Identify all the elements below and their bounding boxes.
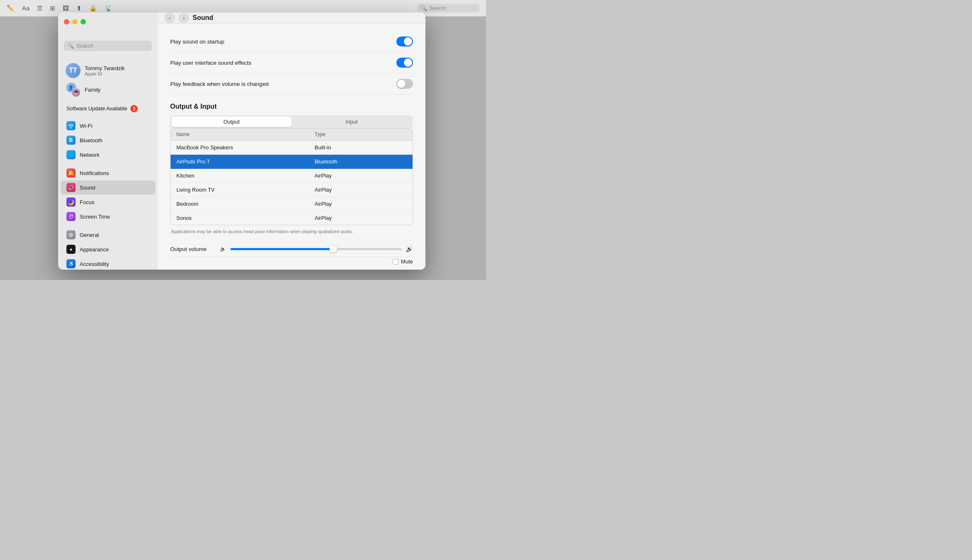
compose-icon[interactable]: ✏️ <box>7 5 15 12</box>
main-content: ‹ › Sound Play sound on startup Play use… <box>158 12 425 270</box>
sidebar-item-label: Focus <box>80 199 94 205</box>
user-profile-row[interactable]: TT Tommy Twardzik Apple ID <box>64 61 152 80</box>
sidebar-item-bluetooth[interactable]: B Bluetooth <box>61 133 155 147</box>
ui-sounds-toggle[interactable] <box>396 58 413 68</box>
airdrop-icon[interactable]: 📡 <box>105 5 112 12</box>
back-button[interactable]: ‹ <box>164 12 175 23</box>
audio-devices-table: Name Type MacBook Pro Speakers Built-in … <box>170 128 413 225</box>
table-row[interactable]: AirPods Pro.T Bluetooth <box>171 155 413 169</box>
grid-icon[interactable]: ⊞ <box>50 5 55 12</box>
startup-sound-label: Play sound on startup <box>170 39 225 45</box>
spatialized-audio-disclaimer: Applications may be able to access head … <box>170 229 413 235</box>
network-icon: 🌐 <box>66 150 76 159</box>
table-row[interactable]: Bedroom AirPlay <box>171 197 413 211</box>
family-label: Family <box>85 87 100 93</box>
font-icon[interactable]: Aa <box>22 5 29 12</box>
sidebar-item-focus[interactable]: 🌙 Focus <box>61 195 155 209</box>
share-icon[interactable]: ⬆ <box>76 5 82 12</box>
device-type: AirPlay <box>315 187 407 193</box>
sidebar-prefs-section: 🔔 Notifications 🔊 Sound 🌙 Focus ⏱ Screen… <box>58 166 158 224</box>
volume-max-icon: 🔊 <box>406 246 413 252</box>
startup-sound-row: Play sound on startup <box>170 31 413 52</box>
sidebar-item-label: Screen Time <box>80 214 110 220</box>
device-name: Bedroom <box>176 201 315 207</box>
user-subtitle: Apple ID <box>85 71 125 76</box>
sound-icon: 🔊 <box>66 183 76 192</box>
device-name: Sonos <box>176 215 315 221</box>
mute-checkbox[interactable] <box>393 259 398 265</box>
sidebar-system-section: ⚙ General ● Appearance ♿ Accessibility ⊞… <box>58 227 158 270</box>
sidebar-item-label: General <box>80 232 99 238</box>
sidebar-item-label: Sound <box>80 185 95 191</box>
device-type: AirPlay <box>315 215 407 221</box>
device-name: Living Room TV <box>176 187 315 193</box>
tab-input[interactable]: Input <box>292 117 412 127</box>
sidebar-item-label: Bluetooth <box>80 137 103 144</box>
forward-button[interactable]: › <box>178 12 189 23</box>
sidebar-item-sound[interactable]: 🔊 Sound <box>61 180 155 195</box>
device-name: Kitchen <box>176 173 315 179</box>
traffic-lights <box>64 19 86 24</box>
family-avatar: 👤 👦 <box>66 82 81 97</box>
table-row[interactable]: MacBook Pro Speakers Built-in <box>171 141 413 155</box>
software-update-row[interactable]: Software Update Available 1 <box>61 102 155 115</box>
update-label: Software Update Available <box>66 106 127 112</box>
minimize-button[interactable] <box>72 19 78 24</box>
family-row[interactable]: 👤 👦 Family <box>64 80 152 99</box>
output-volume-slider[interactable] <box>230 248 402 250</box>
volume-feedback-label: Play feedback when volume is changed <box>170 81 269 87</box>
sidebar-item-wifi[interactable]: Wi-Fi <box>61 119 155 133</box>
page-title: Sound <box>193 14 213 22</box>
startup-sound-toggle[interactable] <box>396 37 413 46</box>
mute-label: Mute <box>401 258 413 265</box>
update-badge: 1 <box>130 105 138 112</box>
lock-icon[interactable]: 🔒 <box>89 5 97 12</box>
gallery-icon[interactable]: 🖼 <box>63 5 69 12</box>
titlebar <box>58 12 158 31</box>
ui-sounds-row: Play user interface sound effects <box>170 52 413 73</box>
appearance-icon: ● <box>66 245 76 254</box>
output-volume-label: Output volume <box>170 246 216 252</box>
sidebar-item-label: Network <box>80 152 100 158</box>
sidebar-search-input[interactable] <box>76 43 148 49</box>
col-name-header: Name <box>176 131 315 137</box>
general-icon: ⚙ <box>66 230 76 239</box>
sidebar-item-general[interactable]: ⚙ General <box>61 228 155 242</box>
close-button[interactable] <box>64 19 69 24</box>
table-row[interactable]: Kitchen AirPlay <box>171 169 413 183</box>
search-icon: 🔍 <box>420 5 427 11</box>
user-avatar: TT <box>66 63 81 78</box>
list-icon[interactable]: ☰ <box>37 5 42 12</box>
sidebar-item-label: Appearance <box>80 246 109 253</box>
search-icon: 🔍 <box>68 43 74 49</box>
topbar-search[interactable]: 🔍 Search <box>417 4 479 12</box>
volume-min-icon: 🔈 <box>220 246 226 252</box>
wifi-icon <box>66 121 76 130</box>
device-type: AirPlay <box>315 173 407 179</box>
screentime-icon: ⏱ <box>66 212 76 221</box>
balance-row: Balance Left Right <box>170 268 413 270</box>
output-input-tabs: Output Input <box>170 115 413 128</box>
user-section: TT Tommy Twardzik Apple ID 👤 👦 Family <box>58 59 158 102</box>
sidebar-item-network[interactable]: 🌐 Network <box>61 148 155 162</box>
sidebar-item-notifications[interactable]: 🔔 Notifications <box>61 166 155 180</box>
volume-feedback-toggle[interactable] <box>396 79 413 89</box>
sidebar-item-accessibility[interactable]: ♿ Accessibility <box>61 257 155 270</box>
bluetooth-icon: B <box>66 136 76 145</box>
sidebar-item-screentime[interactable]: ⏱ Screen Time <box>61 209 155 224</box>
sidebar-search[interactable]: 🔍 <box>64 41 152 51</box>
output-volume-row: Output volume 🔈 🔊 <box>170 241 413 257</box>
accessibility-icon: ♿ <box>66 259 76 268</box>
sidebar-item-appearance[interactable]: ● Appearance <box>61 242 155 256</box>
fullscreen-button[interactable] <box>81 19 86 24</box>
content-body: Play sound on startup Play user interfac… <box>158 24 425 270</box>
desktop: ✏️ Aa ☰ ⊞ 🖼 ⬆ 🔒 📡 🔍 Search <box>0 0 486 280</box>
topbar-search-label: Search <box>429 5 446 11</box>
tab-output[interactable]: Output <box>171 117 292 127</box>
sidebar-network-section: Wi-Fi B Bluetooth 🌐 Network <box>58 118 158 162</box>
volume-feedback-row: Play feedback when volume is changed <box>170 73 413 95</box>
table-header: Name Type <box>171 129 413 141</box>
table-row[interactable]: Living Room TV AirPlay <box>171 183 413 197</box>
col-type-header: Type <box>315 131 407 137</box>
table-row[interactable]: Sonos AirPlay <box>171 211 413 225</box>
